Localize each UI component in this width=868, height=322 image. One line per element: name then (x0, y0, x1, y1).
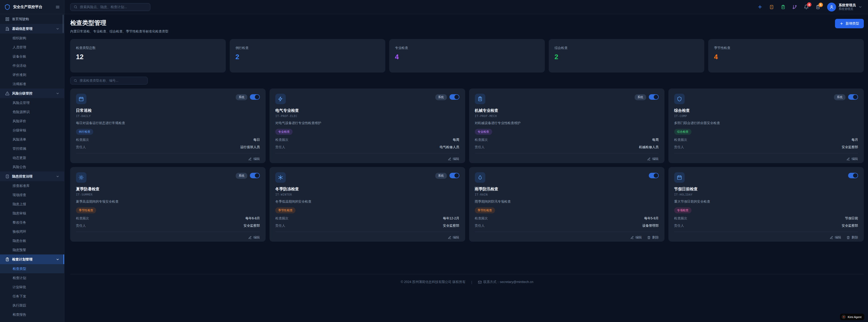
sidebar-section-plan-mgmt[interactable]: 检查计划管理 (0, 254, 64, 264)
stat-card: 专业检查4 (389, 39, 545, 72)
droplet-icon (475, 172, 485, 183)
enabled-toggle[interactable] (848, 94, 858, 100)
todo-clipboard-icon[interactable]: 5 (816, 5, 820, 9)
hazard-report-icon[interactable] (769, 5, 774, 9)
enabled-toggle[interactable] (649, 173, 659, 178)
sidebar-item-分级审核[interactable]: 分级审核 (0, 126, 64, 135)
card-divider (674, 232, 858, 232)
sidebar-item-隐患预警[interactable]: 隐患预警 (0, 245, 64, 254)
type-code: IT-RAIN (475, 193, 659, 196)
user-menu[interactable]: 系统管理员 系统管理员 (827, 3, 862, 11)
sidebar-item-风险清单[interactable]: 风险清单 (0, 135, 64, 144)
plus-icon (840, 22, 843, 25)
edit-button[interactable]: 编辑 (448, 235, 459, 240)
todo-badge: 5 (818, 3, 823, 7)
calendar-icon (674, 172, 685, 183)
workflow-branch-icon[interactable] (792, 5, 797, 9)
sidebar-item-检查类型[interactable]: 检查类型 (0, 264, 64, 273)
pencil-icon (830, 236, 833, 239)
sidebar-item-隐患台账[interactable]: 隐患台账 (0, 236, 64, 245)
calendar-icon (76, 94, 87, 104)
sidebar-item-人员管理[interactable]: 人员管理 (0, 43, 64, 52)
global-search[interactable] (70, 3, 150, 11)
enabled-toggle[interactable] (649, 94, 659, 100)
sidebar-item-风险点管理[interactable]: 风险点管理 (0, 98, 64, 107)
inspection-task-icon[interactable] (781, 5, 785, 9)
sidebar-item-检查报告[interactable]: 检查报告 (0, 310, 64, 319)
owner-row: 责任人电气检修人员 (275, 145, 459, 150)
sidebar-item-隐患审核[interactable]: 隐患审核 (0, 208, 64, 218)
frequency-row-label: 检查频次 (76, 138, 89, 142)
card-divider (475, 232, 659, 232)
user-avatar (827, 3, 836, 11)
sidebar-item-风险评价[interactable]: 风险评价 (0, 117, 64, 126)
delete-label: 删除 (851, 235, 858, 240)
sidebar-item-现场排查[interactable]: 现场排查 (0, 190, 64, 199)
sidebar-item-验收闭环[interactable]: 验收闭环 (0, 227, 64, 236)
sidebar-section-base-info[interactable]: 基础信息管理 (0, 24, 64, 33)
edit-button[interactable]: 编辑 (846, 157, 858, 161)
system-badge: 系统 (435, 173, 447, 179)
stat-card: 例行检查2 (230, 39, 385, 72)
footer-divider: | (471, 280, 472, 284)
type-description: 夏季高温期间的专项安全检查 (76, 199, 260, 204)
sidebar-item-评价准则[interactable]: 评价准则 (0, 70, 64, 79)
sidebar-item-设备台账[interactable]: 设备台账 (0, 52, 64, 61)
enabled-toggle[interactable] (250, 173, 260, 178)
sidebar-section-risk-control[interactable]: 风险分级管控 (0, 89, 64, 98)
type-description: 对机械设备进行专业性检查维护 (475, 121, 659, 125)
owner-row: 责任人安全监察部 (275, 224, 459, 228)
sidebar-item-隐患上报[interactable]: 隐患上报 (0, 199, 64, 208)
sidebar-item-整改任务[interactable]: 整改任务 (0, 218, 64, 227)
edit-button[interactable]: 编辑 (248, 235, 260, 240)
owner-row: 责任人设备管理部 (475, 224, 659, 228)
edit-button[interactable]: 编辑 (647, 157, 659, 161)
page-footer: © 2024 苏州薄荷信息科技有限公司 版权所有 | 联系方式：secretar… (70, 274, 864, 290)
type-name: 机械专业检查 (475, 108, 659, 113)
toggle-knob (455, 95, 459, 99)
enabled-toggle[interactable] (848, 173, 858, 178)
sidebar-section-label: 风险分级管控 (12, 91, 53, 96)
sidebar-item-风险公告[interactable]: 风险公告 (0, 162, 64, 171)
sidebar-item-检查计划[interactable]: 检查计划 (0, 273, 64, 283)
delete-button[interactable]: 删除 (846, 235, 858, 240)
edit-button[interactable]: 编辑 (248, 157, 260, 161)
sidebar-item-执行跟踪[interactable]: 执行跟踪 (0, 301, 64, 310)
sidebar-item-任务下发[interactable]: 任务下发 (0, 292, 64, 301)
type-search-input[interactable] (80, 79, 144, 83)
alertdoc-icon (5, 174, 9, 179)
snowflake-icon (275, 172, 286, 183)
kimi-agent-badge: K Kimi Agent (840, 314, 864, 320)
edit-button[interactable]: 编辑 (448, 157, 459, 161)
global-search-input[interactable] (80, 5, 147, 9)
kimi-logo-icon: K (842, 315, 846, 319)
type-code: IT-HOLIDAY (674, 193, 858, 196)
sidebar-item-计划审批[interactable]: 计划审批 (0, 283, 64, 292)
pencil-icon (647, 157, 651, 161)
delete-button[interactable]: 删除 (647, 235, 659, 240)
sidebar-item-管控措施[interactable]: 管控措施 (0, 144, 64, 153)
add-type-button[interactable]: 新增类型 (835, 19, 864, 28)
sidebar-item-危险源辨识[interactable]: 危险源辨识 (0, 107, 64, 117)
inspection-type-card: 系统日常巡检IT-DAILY每日对设备运行状态进行常规检查例行检查检查频次每日责… (70, 89, 266, 163)
sidebar-item-组织架构[interactable]: 组织架构 (0, 33, 64, 43)
edit-button[interactable]: 编辑 (630, 235, 642, 240)
collapse-menu-icon[interactable] (55, 5, 60, 9)
sidebar-nav: 首页驾驶舱基础信息管理组织架构人员管理设备台账作业活动评价准则法规标准风险分级管… (0, 14, 64, 319)
sidebar-item-排查标准库[interactable]: 排查标准库 (0, 181, 64, 190)
sidebar-item-动态更新[interactable]: 动态更新 (0, 153, 64, 162)
edit-button[interactable]: 编辑 (830, 235, 841, 240)
sidebar-item-法规标准[interactable]: 法规标准 (0, 79, 64, 89)
quick-add-icon[interactable] (757, 4, 763, 9)
sidebar-section-hazard-gov[interactable]: 隐患排查治理 (0, 171, 64, 181)
sidebar-item-作业活动[interactable]: 作业活动 (0, 61, 64, 70)
edit-label: 编辑 (636, 235, 642, 240)
sidebar-section-dashboard[interactable]: 首页驾驶舱 (0, 14, 64, 24)
enabled-toggle[interactable] (450, 94, 459, 100)
type-search[interactable] (70, 77, 148, 85)
clipboardcheck-icon (5, 257, 9, 261)
stat-label: 专业检查 (395, 46, 539, 50)
notification-bell-icon[interactable]: 4 (804, 4, 809, 9)
enabled-toggle[interactable] (450, 173, 459, 178)
enabled-toggle[interactable] (250, 94, 260, 100)
